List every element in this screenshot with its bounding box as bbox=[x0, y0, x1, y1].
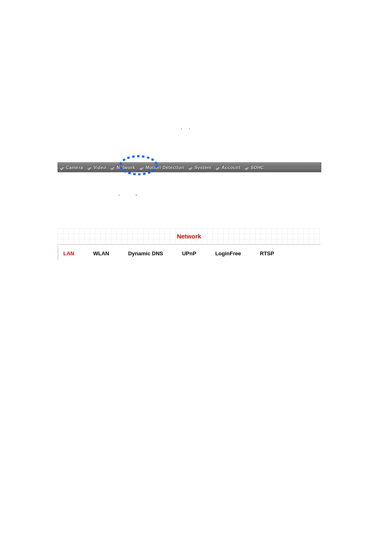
menu-label: SDHC bbox=[251, 165, 264, 170]
panel-title: Network bbox=[58, 228, 321, 244]
subtab-upnp[interactable]: UPnP bbox=[182, 250, 196, 257]
menu-label: Motion Detection bbox=[145, 165, 184, 170]
menu-item-video[interactable]: Video bbox=[85, 163, 108, 172]
top-menu-bar: Camera Video Network Motion Detection Sy… bbox=[58, 162, 321, 172]
menu-item-account[interactable]: Account bbox=[214, 163, 243, 172]
sub-tabs: LAN WLAN Dynamic DNS UPnP LoginFree RTSP bbox=[58, 246, 321, 260]
menu-label: Video bbox=[93, 165, 106, 170]
check-icon bbox=[140, 165, 144, 169]
menu-item-sdhc[interactable]: SDHC bbox=[243, 163, 266, 172]
subtab-loginfree[interactable]: LoginFree bbox=[215, 250, 241, 257]
menu-label: Camera bbox=[66, 165, 83, 170]
menu-label: Network bbox=[116, 165, 135, 170]
check-icon bbox=[88, 165, 92, 169]
check-icon bbox=[189, 165, 193, 169]
instruction-quotes-2: ‘ ’ bbox=[118, 193, 137, 200]
subtab-dynamic-dns[interactable]: Dynamic DNS bbox=[128, 250, 163, 257]
menu-item-system[interactable]: System bbox=[187, 163, 214, 172]
check-icon bbox=[245, 165, 249, 169]
check-icon bbox=[111, 165, 115, 169]
menu-item-camera[interactable]: Camera bbox=[58, 163, 85, 172]
instruction-quotes-1: ‘ ’ bbox=[181, 127, 190, 133]
menu-label: System bbox=[194, 165, 211, 170]
check-icon bbox=[216, 165, 220, 169]
check-icon bbox=[60, 165, 65, 169]
menu-item-network[interactable]: Network bbox=[108, 163, 138, 172]
subtab-rtsp[interactable]: RTSP bbox=[260, 250, 274, 257]
subtab-wlan[interactable]: WLAN bbox=[93, 250, 109, 257]
menu-item-motion-detection[interactable]: Motion Detection bbox=[138, 163, 187, 172]
network-panel: Network LAN WLAN Dynamic DNS UPnP LoginF… bbox=[58, 228, 321, 260]
menu-label: Account bbox=[221, 165, 240, 170]
subtab-lan[interactable]: LAN bbox=[63, 250, 74, 257]
